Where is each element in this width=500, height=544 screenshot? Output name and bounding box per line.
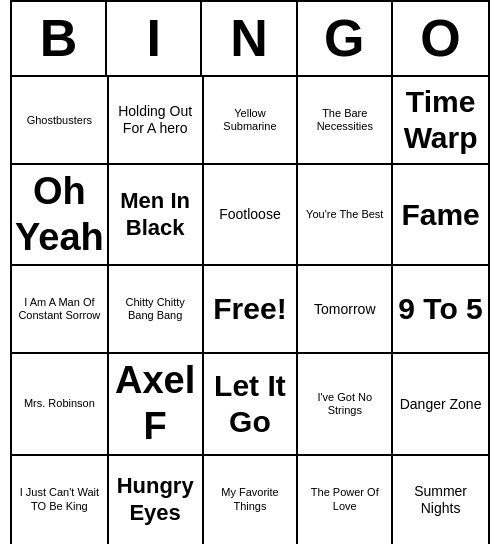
- bingo-cell-22: My Favorite Things: [204, 456, 299, 544]
- bingo-cell-2: Yellow Submarine: [204, 77, 299, 165]
- bingo-cell-0: Ghostbusters: [12, 77, 109, 165]
- bingo-cell-17: Let It Go: [204, 354, 299, 455]
- bingo-cell-7: Footloose: [204, 165, 299, 266]
- bingo-cell-12: Free!: [204, 266, 299, 354]
- cell-text: Footloose: [219, 206, 280, 223]
- cell-text: I Am A Man Of Constant Sorrow: [15, 296, 104, 322]
- bingo-letter-i: I: [107, 2, 202, 75]
- cell-text: Yellow Submarine: [207, 107, 294, 133]
- bingo-cell-11: Chitty Chitty Bang Bang: [109, 266, 204, 354]
- bingo-cell-13: Tomorrow: [298, 266, 393, 354]
- bingo-cell-3: The Bare Necessities: [298, 77, 393, 165]
- bingo-cell-20: I Just Can't Wait TO Be King: [12, 456, 109, 544]
- cell-text: Danger Zone: [400, 396, 482, 413]
- cell-text: Axel F: [112, 358, 199, 449]
- bingo-card: BINGO GhostbustersHolding Out For A hero…: [10, 0, 490, 544]
- cell-text: Fame: [401, 197, 479, 233]
- cell-text: Free!: [213, 291, 286, 327]
- bingo-cell-6: Men In Black: [109, 165, 204, 266]
- cell-text: You're The Best: [306, 208, 383, 221]
- bingo-cell-8: You're The Best: [298, 165, 393, 266]
- bingo-cell-21: Hungry Eyes: [109, 456, 204, 544]
- cell-text: The Power Of Love: [301, 486, 388, 512]
- bingo-cell-5: Oh Yeah: [12, 165, 109, 266]
- bingo-cell-10: I Am A Man Of Constant Sorrow: [12, 266, 109, 354]
- bingo-cell-19: Danger Zone: [393, 354, 488, 455]
- cell-text: I Just Can't Wait TO Be King: [15, 486, 104, 512]
- cell-text: Mrs. Robinson: [24, 397, 95, 410]
- cell-text: The Bare Necessities: [301, 107, 388, 133]
- cell-text: Chitty Chitty Bang Bang: [112, 296, 199, 322]
- cell-text: Men In Black: [112, 188, 199, 241]
- bingo-header: BINGO: [12, 2, 488, 77]
- cell-text: Ghostbusters: [27, 114, 92, 127]
- cell-text: Tomorrow: [314, 301, 375, 318]
- cell-text: I've Got No Strings: [301, 391, 388, 417]
- cell-text: Oh Yeah: [15, 169, 104, 260]
- bingo-letter-g: G: [298, 2, 393, 75]
- bingo-cell-9: Fame: [393, 165, 488, 266]
- bingo-cell-16: Axel F: [109, 354, 204, 455]
- cell-text: 9 To 5: [398, 291, 482, 327]
- cell-text: Summer Nights: [396, 483, 485, 517]
- bingo-cell-15: Mrs. Robinson: [12, 354, 109, 455]
- bingo-cell-18: I've Got No Strings: [298, 354, 393, 455]
- bingo-cell-14: 9 To 5: [393, 266, 488, 354]
- cell-text: Holding Out For A hero: [112, 103, 199, 137]
- bingo-cell-24: Summer Nights: [393, 456, 488, 544]
- cell-text: My Favorite Things: [207, 486, 294, 512]
- bingo-letter-n: N: [202, 2, 297, 75]
- cell-text: Let It Go: [207, 368, 294, 440]
- cell-text: Time Warp: [396, 84, 485, 156]
- bingo-cell-1: Holding Out For A hero: [109, 77, 204, 165]
- bingo-letter-o: O: [393, 2, 488, 75]
- cell-text: Hungry Eyes: [112, 473, 199, 526]
- bingo-grid: GhostbustersHolding Out For A heroYellow…: [12, 77, 488, 543]
- bingo-letter-b: B: [12, 2, 107, 75]
- bingo-cell-23: The Power Of Love: [298, 456, 393, 544]
- bingo-cell-4: Time Warp: [393, 77, 488, 165]
